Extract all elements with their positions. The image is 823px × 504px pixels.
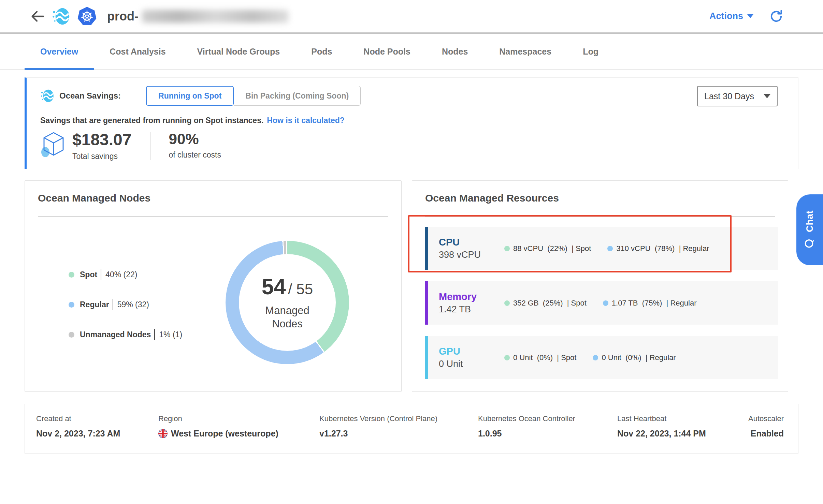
back-button[interactable] bbox=[29, 8, 46, 25]
divider bbox=[113, 299, 113, 310]
ocean-managed-resources-card: Ocean Managed Resources CPU 398 vCPU 88 … bbox=[412, 180, 788, 392]
tab-log[interactable]: Log bbox=[567, 34, 614, 69]
unmanaged-dot-icon bbox=[69, 332, 74, 338]
cluster-costs-block: 90% of cluster costs bbox=[169, 131, 221, 160]
managed-nodes-count: 54 bbox=[262, 274, 286, 299]
toggle-running-on-spot[interactable]: Running on Spot bbox=[146, 86, 234, 106]
refresh-button[interactable] bbox=[769, 9, 783, 24]
cpu-regular-stat: 310 vCPU (78%) | Regular bbox=[607, 244, 709, 253]
tab-nodes[interactable]: Nodes bbox=[426, 34, 483, 69]
redacted-cluster-name bbox=[142, 10, 289, 23]
resource-row-gpu: GPU 0 Unit 0 Unit (0%) | Spot 0 Unit (0%… bbox=[425, 336, 778, 379]
divider bbox=[38, 216, 388, 217]
ocean-savings-panel: Ocean Savings: Running on Spot Bin Packi… bbox=[25, 77, 798, 169]
cpu-spot-stat: 88 vCPU (22%) | Spot bbox=[504, 244, 591, 253]
kubernetes-logo-icon bbox=[77, 6, 97, 26]
memory-value: 1.42 TB bbox=[439, 304, 504, 315]
chevron-down-icon bbox=[747, 14, 753, 18]
managed-resources-title: Ocean Managed Resources bbox=[425, 192, 559, 204]
gpu-regular-stat: 0 Unit (0%) | Regular bbox=[593, 353, 676, 362]
autoscaler-col: Autoscaler Enabled bbox=[745, 414, 784, 454]
chat-bubble-icon bbox=[804, 237, 816, 249]
tab-overview[interactable]: Overview bbox=[25, 34, 94, 69]
header: prod- Actions bbox=[0, 0, 823, 34]
how-calculated-link[interactable]: How is it calculated? bbox=[267, 116, 345, 125]
uk-flag-icon bbox=[158, 429, 168, 438]
ocean-cluster-overview-page: prod- Actions Overview Cost Analysis Vir… bbox=[0, 0, 823, 504]
savings-cube-icon bbox=[40, 131, 67, 160]
cpu-title: CPU bbox=[439, 237, 504, 248]
divider bbox=[154, 329, 155, 340]
created-at-col: Created at Nov 2, 2023, 7:23 AM bbox=[36, 414, 158, 454]
legend-item-regular: Regular 59% (32) bbox=[69, 299, 182, 310]
savings-toggle: Running on Spot Bin Packing (Coming Soon… bbox=[146, 86, 361, 106]
refresh-icon bbox=[769, 9, 783, 24]
tab-node-pools[interactable]: Node Pools bbox=[348, 34, 426, 69]
tab-namespaces[interactable]: Namespaces bbox=[483, 34, 567, 69]
legend-item-spot: Spot 40% (22) bbox=[69, 269, 182, 280]
divider bbox=[425, 216, 775, 217]
resource-row-memory: Memory 1.42 TB 352 GB (25%) | Spot 1.07 … bbox=[425, 281, 778, 325]
chat-label: Chat bbox=[804, 210, 815, 232]
cpu-value: 398 vCPU bbox=[439, 250, 504, 260]
chat-button[interactable]: Chat bbox=[796, 194, 823, 265]
total-savings-label: Total savings bbox=[72, 152, 132, 161]
spot-dot-icon bbox=[504, 355, 510, 360]
legend-item-unmanaged: Unmanaged Nodes 1% (1) bbox=[69, 329, 182, 340]
divider bbox=[101, 269, 101, 280]
back-arrow-icon bbox=[30, 9, 45, 24]
regular-dot-icon bbox=[603, 300, 608, 306]
wave-icon bbox=[40, 88, 55, 103]
ocean-managed-nodes-card: Ocean Managed Nodes Spot 40% (22) Regula… bbox=[25, 180, 402, 392]
gpu-title: GPU bbox=[439, 346, 504, 357]
last-heartbeat-col: Last Heartbeat Nov 22, 2023, 1:44 PM bbox=[617, 414, 745, 454]
total-savings-value: $183.07 bbox=[72, 131, 132, 148]
tab-bar: Overview Cost Analysis Virtual Node Grou… bbox=[0, 34, 823, 70]
k8s-version-col: Kubernetes Version (Control Plane) v1.27… bbox=[319, 414, 478, 454]
managed-nodes-label: Managed Nodes bbox=[251, 304, 323, 331]
spot-dot-icon bbox=[69, 272, 74, 278]
tab-pods[interactable]: Pods bbox=[295, 34, 348, 69]
regular-dot-icon bbox=[593, 355, 598, 360]
managed-nodes-donut-chart: 54 / 55 Managed Nodes bbox=[226, 241, 349, 364]
resource-row-cpu: CPU 398 vCPU 88 vCPU (22%) | Spot 310 vC… bbox=[425, 227, 778, 270]
divider bbox=[150, 132, 151, 160]
cluster-costs-percent: 90% bbox=[169, 131, 221, 147]
managed-nodes-total: / 55 bbox=[288, 281, 313, 298]
memory-title: Memory bbox=[439, 291, 504, 302]
ocean-controller-col: Kubernetes Ocean Controller 1.0.95 bbox=[478, 414, 617, 454]
gpu-value: 0 Unit bbox=[439, 359, 504, 369]
regular-dot-icon bbox=[69, 302, 74, 308]
region-col: Region West Europe (westeurope) bbox=[158, 414, 319, 454]
savings-description: Savings that are generated from running … bbox=[40, 116, 798, 125]
regular-dot-icon bbox=[607, 246, 613, 251]
managed-nodes-title: Ocean Managed Nodes bbox=[38, 192, 150, 204]
memory-spot-stat: 352 GB (25%) | Spot bbox=[504, 299, 587, 308]
tab-cost-analysis[interactable]: Cost Analysis bbox=[94, 34, 181, 69]
ocean-savings-label: Ocean Savings: bbox=[59, 91, 121, 101]
total-savings-block: $183.07 Total savings bbox=[72, 131, 132, 161]
period-dropdown[interactable]: Last 30 Days bbox=[697, 86, 778, 106]
period-dropdown-value: Last 30 Days bbox=[704, 91, 754, 101]
chevron-down-icon bbox=[764, 94, 770, 98]
memory-regular-stat: 1.07 TB (75%) | Regular bbox=[603, 299, 697, 308]
tab-virtual-node-groups[interactable]: Virtual Node Groups bbox=[182, 34, 296, 69]
page-title: prod- bbox=[107, 9, 139, 24]
toggle-bin-packing[interactable]: Bin Packing (Coming Soon) bbox=[234, 86, 361, 106]
nodes-legend: Spot 40% (22) Regular 59% (32) Unmanaged… bbox=[69, 269, 182, 340]
ocean-logo-icon bbox=[52, 6, 72, 26]
spot-dot-icon bbox=[504, 300, 510, 306]
cluster-info-bar: Created at Nov 2, 2023, 7:23 AM Region W… bbox=[25, 404, 798, 454]
actions-label: Actions bbox=[709, 11, 743, 21]
gpu-spot-stat: 0 Unit (0%) | Spot bbox=[504, 353, 576, 362]
cluster-costs-label: of cluster costs bbox=[169, 150, 221, 160]
actions-button[interactable]: Actions bbox=[709, 11, 753, 21]
spot-dot-icon bbox=[504, 246, 510, 251]
